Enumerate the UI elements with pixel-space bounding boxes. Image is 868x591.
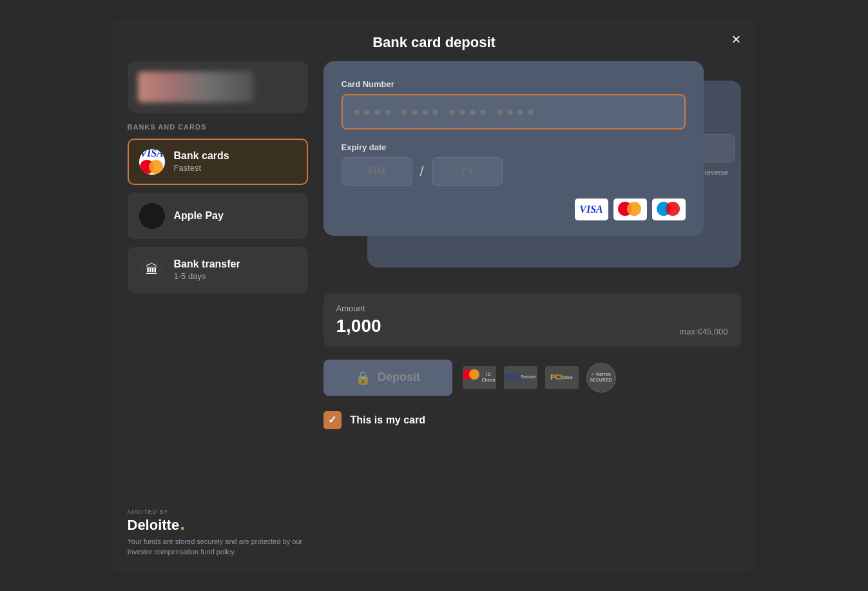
modal: Bank card deposit × BANKS AND CARDS VISA xyxy=(112,19,757,573)
apple-pay-info: Apple Pay xyxy=(174,210,224,222)
expiry-date-label: Expiry date xyxy=(342,142,686,152)
my-card-checkbox[interactable]: ✓ xyxy=(323,411,342,429)
sidebar-item-bank-transfer[interactable]: 🏛 Bank transfer 1-5 days xyxy=(128,247,308,293)
bank-cards-name: Bank cards xyxy=(174,150,229,162)
security-logos: ID Check VISA Secure PCI DSS ✓ NortonSEC… xyxy=(463,363,616,392)
amount-value: 1,000 xyxy=(336,316,381,336)
expiry-slash: / xyxy=(420,163,424,180)
card-number-label: Card Number xyxy=(342,79,686,89)
bank-transfer-icon: 🏛 xyxy=(139,257,165,283)
mastercard-logo xyxy=(613,199,647,220)
expiry-yy-input[interactable] xyxy=(432,157,503,186)
amount-label: Amount xyxy=(336,304,381,313)
modal-title: Bank card deposit xyxy=(372,34,496,51)
deposit-row: 🔒 Deposit ID Check VISA Secure xyxy=(323,360,741,396)
maestro-logo xyxy=(652,199,686,220)
amount-max: max:€45,000 xyxy=(679,327,728,336)
pci-dss-logo: PCI DSS xyxy=(545,366,579,389)
sidebar: BANKS AND CARDS VISA Bank cards Faste xyxy=(128,61,308,557)
norton-secured-logo: ✓ NortonSECURED xyxy=(586,363,616,392)
mastercard-id-check-logo: ID Check xyxy=(463,366,496,389)
main-content: CVV The last 3 digits on the reverse Car… xyxy=(323,61,741,557)
banks-cards-section-label: BANKS AND CARDS xyxy=(128,121,308,131)
bank-transfer-sub: 1-5 days xyxy=(174,271,240,281)
card-number-input[interactable] xyxy=(342,94,686,130)
sidebar-item-bank-cards[interactable]: VISA Bank cards Fastest xyxy=(128,139,308,185)
bank-transfer-name: Bank transfer xyxy=(174,258,240,270)
apple-pay-name: Apple Pay xyxy=(174,210,224,222)
bank-icon: 🏛 xyxy=(146,262,159,277)
avatar xyxy=(138,72,254,102)
deloitte-section: AUDITED BY Deloitte. Your funds are stor… xyxy=(128,496,308,557)
sidebar-item-apple-pay[interactable]: Apple Pay xyxy=(128,193,308,239)
deposit-button[interactable]: 🔒 Deposit xyxy=(323,360,452,396)
close-button[interactable]: × xyxy=(731,32,740,47)
audited-by-label: AUDITED BY xyxy=(128,509,308,515)
visa-text: VISA xyxy=(140,149,163,160)
card-logos: VISA xyxy=(342,199,686,220)
expiry-mm-input[interactable] xyxy=(342,157,412,186)
deloitte-name: Deloitte. xyxy=(128,515,308,534)
checkbox-row: ✓ This is my card xyxy=(323,411,741,429)
checkmark-icon: ✓ xyxy=(328,414,336,426)
amount-section: Amount 1,000 max:€45,000 xyxy=(323,293,741,347)
bank-cards-sub: Fastest xyxy=(174,163,229,173)
visa-secure-logo: VISA Secure xyxy=(504,366,537,389)
modal-header: Bank card deposit × xyxy=(112,19,757,61)
visa-mc-icon: VISA xyxy=(139,149,165,175)
modal-body: BANKS AND CARDS VISA Bank cards Faste xyxy=(112,61,757,573)
bank-transfer-info: Bank transfer 1-5 days xyxy=(174,258,240,281)
visa-logo: VISA xyxy=(575,199,608,220)
card-form-wrapper: CVV The last 3 digits on the reverse Car… xyxy=(323,61,741,280)
deloitte-description: Your funds are stored securely and are p… xyxy=(128,536,308,557)
my-card-label: This is my card xyxy=(351,414,426,426)
expiry-row: / xyxy=(342,157,686,186)
card-front: Card Number Expiry date / VISA xyxy=(323,61,704,236)
mastercard-icon xyxy=(140,160,164,175)
bank-cards-info: Bank cards Fastest xyxy=(174,150,229,173)
amount-info: Amount 1,000 xyxy=(336,304,381,336)
user-avatar-card xyxy=(128,61,308,113)
lock-icon: 🔒 xyxy=(355,370,371,385)
apple-pay-icon xyxy=(139,203,165,229)
